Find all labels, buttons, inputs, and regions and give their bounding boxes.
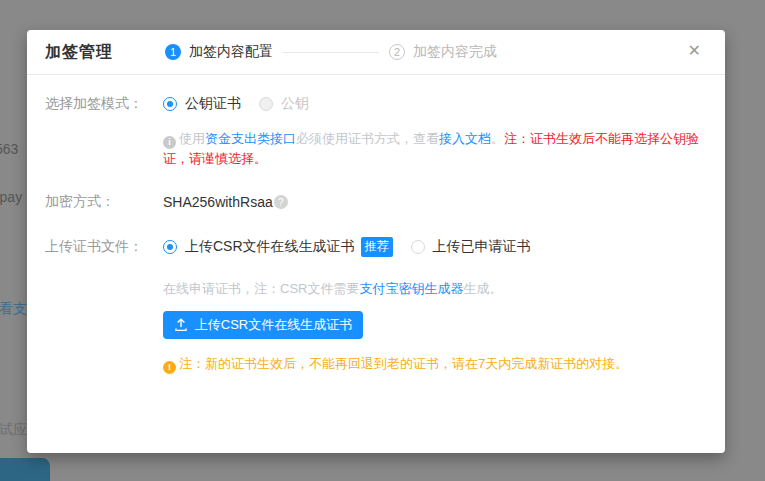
radio-public-key-cert-label: 公钥证书 [185,95,241,113]
dialog-header: 加签管理 1 加签内容配置 2 加签内容完成 ✕ [27,30,725,75]
encrypt-method-label: 加密方式： [45,193,163,211]
warning-icon: ! [163,361,176,374]
note-text-prefix: 使用 [179,131,205,146]
info-icon: i [163,136,176,149]
step-connector-line [283,52,379,53]
encrypt-method-text: SHA256withRsaa [163,194,273,210]
encrypt-method-value: SHA256withRsaa ? [163,194,288,210]
upload-csr-button[interactable]: 上传CSR文件在线生成证书 [163,311,363,339]
step-2-label: 加签内容完成 [413,43,497,61]
close-icon[interactable]: ✕ [688,43,701,59]
hint-text-prefix: 在线申请证书，注：CSR文件需要 [163,281,359,296]
step-1-circle: 1 [165,44,181,60]
note-text-middle: 必须使用证书方式，查看 [296,131,439,146]
funds-api-link[interactable]: 资金支出类接口 [205,131,296,146]
upload-cert-row: 上传证书文件： 上传CSR文件在线生成证书 推荐 上传已申请证书 [45,237,707,257]
dialog-body: 选择加签模式： 公钥证书 公钥 i使用资金支出类接口必须使用证书方式，查看接入文… [27,75,725,374]
background-link-fragment: 查看支 [0,300,27,318]
note-text-period: 。 [491,131,504,146]
background-text-fragment: Alipay [0,189,22,205]
help-icon[interactable]: ? [274,195,288,209]
radio-public-key-label: 公钥 [281,95,309,113]
radio-unchecked-icon [411,240,425,254]
background-text-fragment: 测试应 [0,421,27,439]
step-1-config: 1 加签内容配置 [165,43,273,61]
radio-disabled-icon [259,97,273,111]
radio-upload-existing[interactable]: 上传已申请证书 [411,238,531,256]
csr-hint: 在线申请证书，注：CSR文件需要支付宝密钥生成器生成。 [163,280,707,298]
step-2-complete: 2 加签内容完成 [389,43,497,61]
new-cert-warning: !注：新的证书生效后，不能再回退到老的证书，请在7天内完成新证书的对接。 [163,355,707,374]
hint-text-suffix: 生成。 [463,281,502,296]
cert-mode-note: i使用资金支出类接口必须使用证书方式，查看接入文档。注：证书生效后不能再选择公钥… [163,129,715,169]
sign-mode-label: 选择加签模式： [45,95,163,113]
radio-upload-csr-label: 上传CSR文件在线生成证书 [185,238,355,256]
radio-upload-csr[interactable]: 上传CSR文件在线生成证书 推荐 [163,237,393,257]
radio-checked-icon [163,240,177,254]
radio-checked-icon [163,97,177,111]
upload-csr-button-label: 上传CSR文件在线生成证书 [195,316,352,334]
recommend-badge: 推荐 [361,237,393,257]
sign-mode-row: 选择加签模式： 公钥证书 公钥 [45,95,707,113]
radio-public-key[interactable]: 公钥 [259,95,309,113]
upload-cert-label: 上传证书文件： [45,238,163,256]
new-cert-warning-text: 注：新的证书生效后，不能再回退到老的证书，请在7天内完成新证书的对接。 [179,356,628,371]
background-text-fragment: 563 [0,141,18,157]
access-doc-link[interactable]: 接入文档 [439,131,491,146]
sign-management-dialog: 加签管理 1 加签内容配置 2 加签内容完成 ✕ 选择加签模式： 公钥证书 [27,30,725,453]
step-2-circle: 2 [389,44,405,60]
dialog-title: 加签管理 [45,42,113,63]
radio-upload-existing-label: 上传已申请证书 [433,238,531,256]
steps-indicator: 1 加签内容配置 2 加签内容完成 [165,43,497,61]
radio-public-key-cert[interactable]: 公钥证书 [163,95,241,113]
encrypt-method-row: 加密方式： SHA256withRsaa ? [45,193,707,211]
background-dimmed-button [0,458,50,481]
step-1-label: 加签内容配置 [189,43,273,61]
key-generator-link[interactable]: 支付宝密钥生成器 [359,281,463,296]
upload-icon [174,318,188,332]
